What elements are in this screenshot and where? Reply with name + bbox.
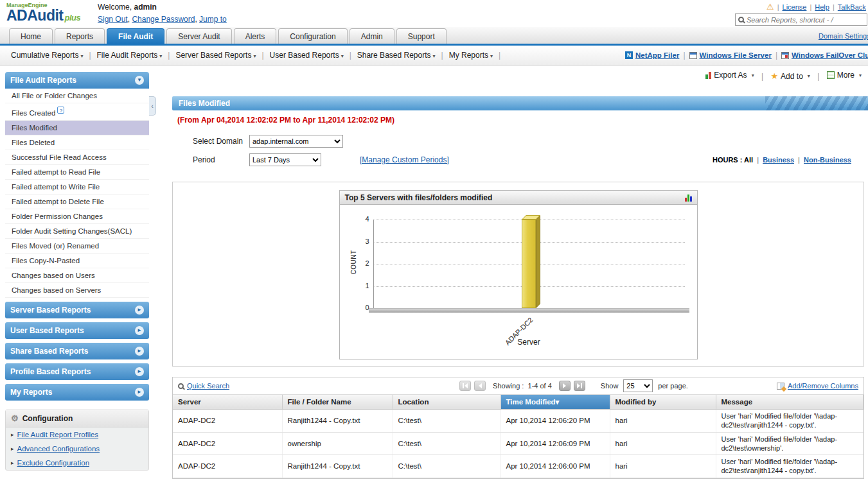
next-page-button[interactable]	[559, 381, 571, 391]
table-row[interactable]: ADAP-DC2ownershipC:\test\Apr 10,2014 12:…	[173, 432, 864, 455]
menu-server-based-reports[interactable]: Server Based Reports▾	[170, 51, 261, 60]
account-link-sign-out[interactable]: Sign Out	[98, 15, 128, 24]
sidebar-section-profile-based-reports[interactable]: Profile Based Reports►	[5, 363, 149, 380]
sidebar-item-failed-attempt-to-write-file[interactable]: Failed attempt to Write File	[5, 180, 149, 195]
add-to-button[interactable]: ★ Add to ▾	[770, 72, 810, 81]
export-as-button[interactable]: Export As ▾	[705, 71, 754, 80]
sidebar-section-my-reports[interactable]: My Reports►	[5, 384, 149, 401]
column-header-modified-by[interactable]: Modified by	[610, 395, 716, 410]
bar[interactable]	[522, 220, 536, 308]
tab-alerts[interactable]: Alerts	[234, 28, 277, 44]
top-link-license[interactable]: License	[783, 3, 807, 11]
sidebar-item-label: Changes based on Users	[12, 272, 95, 279]
tab-home[interactable]: Home	[9, 28, 53, 44]
sidebar-item-failed-attempt-to-read-file[interactable]: Failed attempt to Read File	[5, 165, 149, 180]
table-row[interactable]: ADAP-DC2Ranjith1244 - Copy.txtC:\test\Ap…	[173, 455, 864, 478]
add-remove-columns[interactable]: Add/Remove Columns	[777, 382, 858, 390]
caret-down-icon: ▾	[808, 73, 810, 79]
chart-header: Top 5 Servers with files/folders modifie…	[340, 191, 697, 205]
cell-file: Ranjith1244 - Copy.txt	[282, 455, 393, 478]
column-header-location[interactable]: Location	[393, 395, 500, 410]
column-header-time-modified[interactable]: Time Modified▾	[500, 395, 610, 410]
sidebar-item-successful-file-read-access[interactable]: Successful File Read Access	[5, 150, 149, 165]
sidebar-section-title: File Audit Reports	[10, 76, 76, 85]
sidebar-section-server-based-reports[interactable]: Server Based Reports►	[5, 302, 149, 318]
manage-custom-periods-link[interactable]: [Manage Custom Periods]	[360, 155, 449, 164]
menu-my-reports[interactable]: My Reports▾	[443, 51, 499, 60]
sidebar-section-share-based-reports[interactable]: Share Based Reports►	[5, 343, 149, 359]
top-link-help[interactable]: Help	[815, 3, 829, 11]
sidebar-section-label: My Reports	[10, 388, 52, 397]
domain-settings-link[interactable]: Domain Settings	[819, 32, 868, 40]
account-link-change-password[interactable]: Change Password	[132, 15, 195, 24]
y-axis-title: COUNT	[350, 243, 357, 282]
sidebar-item-files-created[interactable]: Files Created?	[5, 103, 149, 121]
bar-chart-icon[interactable]	[685, 194, 692, 202]
separator: |	[761, 72, 763, 81]
link-windows-file-server[interactable]: Windows File Server	[689, 51, 772, 59]
per-page-label: per page.	[658, 382, 687, 390]
column-header-file-folder-name[interactable]: File / Folder Name	[282, 395, 393, 410]
tab-file-audit[interactable]: File Audit	[107, 28, 164, 44]
sidebar-item-files-modified[interactable]: Files Modified	[5, 121, 149, 135]
sidebar-item-changes-based-on-servers[interactable]: Changes based on Servers	[5, 283, 149, 298]
tab-server-audit[interactable]: Server Audit	[166, 28, 231, 44]
sidebar-item-all-file-or-folder-changes[interactable]: All File or Folder Changes	[5, 89, 149, 103]
config-link-exclude-configuration[interactable]: Exclude Configuration	[17, 459, 90, 467]
sidebar-item-label: Files Moved (or) Renamed	[12, 242, 99, 250]
tab-configuration[interactable]: Configuration	[278, 28, 347, 44]
more-button[interactable]: More ▾	[827, 71, 862, 80]
account-link-jump-to[interactable]: Jump to	[199, 15, 227, 24]
sidebar-item-files-deleted[interactable]: Files Deleted	[5, 135, 149, 150]
add-remove-columns-link[interactable]: Add/Remove Columns	[788, 382, 858, 390]
config-link-advanced-configurations[interactable]: Advanced Configurations	[17, 445, 100, 453]
tab-admin[interactable]: Admin	[350, 28, 394, 44]
reports-toolbar: Cumulative Reports▾|File Audit Reports▾|…	[0, 46, 868, 65]
link-netapp-filer[interactable]: NNetApp Filer	[625, 51, 679, 59]
top-link-talkback[interactable]: TalkBack	[838, 3, 866, 11]
cell-modified_by: hari	[610, 455, 716, 478]
sidebar-item-folder-audit-setting-changes-sacl[interactable]: Folder Audit Setting Changes(SACL)	[5, 224, 149, 239]
tab-support[interactable]: Support	[396, 28, 447, 44]
sidebar-section-label: User Based Reports	[10, 326, 84, 335]
top-links: ⚠|License|Help|TalkBack	[766, 2, 866, 12]
sidebar-item-changes-based-on-users[interactable]: Changes based on Users	[5, 268, 149, 283]
gear-icon: ⚙	[11, 414, 19, 422]
search-input[interactable]	[747, 16, 864, 24]
column-header-server[interactable]: Server	[173, 395, 282, 410]
column-header-message[interactable]: Message	[716, 395, 864, 410]
show-label: Show	[601, 382, 619, 390]
menu-share-based-reports[interactable]: Share Based Reports▾	[351, 51, 441, 60]
cell-location: C:\test\	[393, 455, 500, 478]
link-netapp-filer-text[interactable]: NetApp Filer	[635, 51, 679, 59]
tab-reports[interactable]: Reports	[55, 28, 105, 44]
first-page-button[interactable]	[459, 381, 471, 391]
config-link-file-audit-report-profiles[interactable]: File Audit Report Profiles	[17, 431, 99, 438]
domain-select[interactable]: adap.internal.com	[249, 135, 343, 148]
sidebar-item-failed-attempt-to-delete-file[interactable]: Failed attempt to Delete File	[5, 195, 149, 209]
link-windows-failover-cluster[interactable]: Windows FailOver Cluster	[781, 51, 868, 59]
page-size-select[interactable]: 25	[623, 379, 653, 392]
hours-business-link[interactable]: Business	[763, 156, 794, 164]
hours-non-business-link[interactable]: Non-Business	[804, 156, 851, 164]
link-windows-failover-cluster-text[interactable]: Windows FailOver Cluster	[792, 51, 868, 59]
cell-message: User 'hari' Modified file/folder '\\adap…	[716, 410, 864, 433]
quick-search-link[interactable]: Quick Search	[187, 382, 229, 390]
sidebar-section-user-based-reports[interactable]: User Based Reports►	[5, 322, 149, 339]
menu-user-based-reports[interactable]: User Based Reports▾	[264, 51, 350, 60]
prev-page-button[interactable]	[474, 381, 486, 391]
username: admin	[134, 3, 156, 12]
actions-bar: Export As ▾ | ★ Add to ▾ | More ▾	[172, 71, 864, 85]
period-label: Period	[193, 155, 249, 164]
link-windows-file-server-text[interactable]: Windows File Server	[700, 51, 772, 59]
sidebar-collapse-handle[interactable]: ‹	[149, 96, 156, 116]
menu-file-audit-reports[interactable]: File Audit Reports▾	[91, 51, 168, 60]
table-row[interactable]: ADAP-DC2Ranjith1244 - Copy.txtC:\test\Ap…	[173, 410, 864, 433]
sidebar-item-files-moved-or-renamed[interactable]: Files Moved (or) Renamed	[5, 239, 149, 254]
sidebar-section-file-audit-reports[interactable]: File Audit Reports ▼	[5, 72, 149, 89]
period-select[interactable]: Last 7 Days	[249, 153, 321, 166]
menu-cumulative-reports[interactable]: Cumulative Reports▾	[5, 51, 89, 60]
last-page-button[interactable]	[574, 381, 585, 391]
sidebar-item-files-copy-n-pasted[interactable]: Files Copy-N-Pasted	[5, 254, 149, 268]
sidebar-item-folder-permission-changes[interactable]: Folder Permission Changes	[5, 209, 149, 224]
